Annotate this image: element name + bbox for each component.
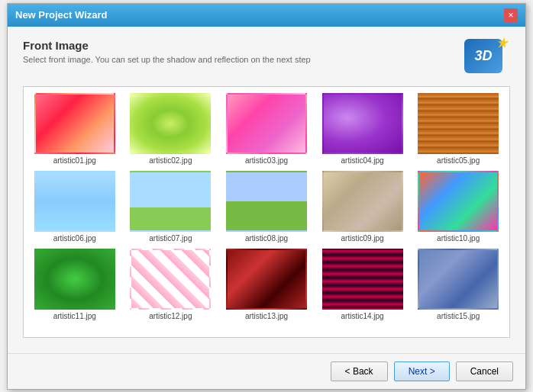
image-label: artistic11.jpg <box>53 312 96 320</box>
list-item[interactable]: artistic12.jpg <box>126 249 216 320</box>
image-label: artistic14.jpg <box>341 312 384 320</box>
image-label: artistic05.jpg <box>437 156 480 165</box>
image-label: artistic09.jpg <box>341 234 384 243</box>
image-grid-container[interactable]: artistic01.jpgartistic02.jpgartistic03.j… <box>23 86 510 338</box>
image-thumb <box>322 249 403 310</box>
logo-star: ★ <box>496 36 507 50</box>
image-label: artistic08.jpg <box>245 234 288 243</box>
image-label: artistic03.jpg <box>245 156 288 165</box>
image-thumb <box>130 171 211 232</box>
list-item[interactable]: artistic14.jpg <box>318 249 408 320</box>
image-label: artistic01.jpg <box>53 156 96 165</box>
cancel-button[interactable]: Cancel <box>456 361 513 381</box>
dialog-window: New Project Wizard × Front Image Select … <box>7 3 526 390</box>
footer: < Back Next > Cancel <box>8 353 525 389</box>
list-item[interactable]: artistic13.jpg <box>221 249 312 320</box>
image-label: artistic07.jpg <box>149 234 192 243</box>
list-item[interactable]: artistic10.jpg <box>413 171 503 243</box>
page-subtitle: Select front image. You can set up the s… <box>23 55 311 64</box>
image-thumb <box>418 93 499 154</box>
image-label: artistic12.jpg <box>149 312 192 320</box>
list-item[interactable]: artistic04.jpg <box>318 93 408 165</box>
image-grid: artistic01.jpgartistic02.jpgartistic03.j… <box>30 93 503 320</box>
image-label: artistic13.jpg <box>245 312 288 320</box>
header-text: Front Image Select front image. You can … <box>23 39 311 64</box>
image-thumb <box>130 93 211 154</box>
content-area: Front Image Select front image. You can … <box>8 27 525 350</box>
logo-text: 3D <box>474 48 492 64</box>
window-title: New Project Wizard <box>15 9 108 21</box>
image-thumb <box>226 249 307 310</box>
list-item[interactable]: artistic03.jpg <box>221 93 312 165</box>
list-item[interactable]: artistic01.jpg <box>30 93 120 165</box>
image-thumb <box>418 171 499 232</box>
back-button[interactable]: < Back <box>331 361 388 381</box>
image-thumb <box>322 93 403 154</box>
header-section: Front Image Select front image. You can … <box>23 39 510 77</box>
image-thumb <box>226 171 307 232</box>
close-button[interactable]: × <box>504 8 518 22</box>
grid-wrapper: artistic01.jpgartistic02.jpgartistic03.j… <box>23 86 510 338</box>
image-thumb <box>34 93 115 154</box>
list-item[interactable]: artistic07.jpg <box>126 171 216 243</box>
image-thumb <box>34 171 115 232</box>
image-thumb <box>322 171 403 232</box>
image-thumb <box>226 93 307 154</box>
list-item[interactable]: artistic08.jpg <box>221 171 312 243</box>
list-item[interactable]: artistic15.jpg <box>413 249 503 320</box>
list-item[interactable]: artistic05.jpg <box>413 93 503 165</box>
image-label: artistic02.jpg <box>149 156 192 165</box>
image-thumb <box>34 249 115 310</box>
logo-3d-inner: 3D ★ <box>464 39 502 73</box>
image-label: artistic10.jpg <box>437 234 480 243</box>
next-button[interactable]: Next > <box>394 361 450 381</box>
image-label: artistic15.jpg <box>437 312 480 320</box>
page-title: Front Image <box>23 39 311 52</box>
image-thumb <box>418 249 499 310</box>
image-label: artistic06.jpg <box>53 234 96 243</box>
list-item[interactable]: artistic06.jpg <box>30 171 120 243</box>
list-item[interactable]: artistic09.jpg <box>318 171 408 243</box>
title-bar: New Project Wizard × <box>8 4 525 27</box>
list-item[interactable]: artistic02.jpg <box>126 93 216 165</box>
logo-3d: 3D ★ <box>464 39 510 77</box>
image-label: artistic04.jpg <box>341 156 384 165</box>
image-thumb <box>130 249 211 310</box>
list-item[interactable]: artistic11.jpg <box>30 249 120 320</box>
